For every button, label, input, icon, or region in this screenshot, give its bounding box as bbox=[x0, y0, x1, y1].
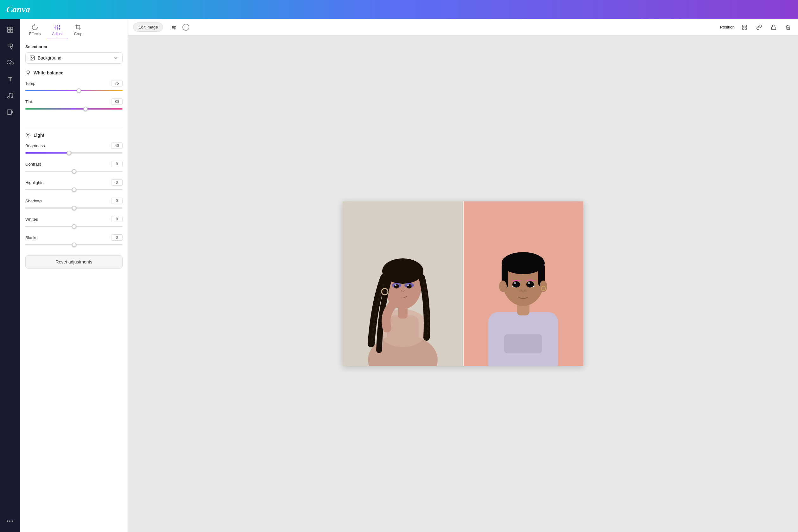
select-area-dropdown[interactable]: Background bbox=[25, 52, 122, 64]
tab-adjust[interactable]: Adjust bbox=[47, 21, 68, 39]
svg-point-66 bbox=[512, 281, 520, 287]
contrast-label: Contrast bbox=[25, 162, 41, 167]
image-canvas bbox=[343, 202, 583, 366]
lock-icon bbox=[771, 24, 777, 30]
contrast-value[interactable]: 0 bbox=[111, 161, 122, 167]
tint-label: Tint bbox=[25, 99, 32, 104]
whites-slider[interactable] bbox=[25, 224, 122, 229]
white-balance-header: White balance bbox=[25, 70, 122, 76]
grid-icon bbox=[742, 24, 747, 30]
tab-crop[interactable]: Crop bbox=[69, 21, 88, 39]
brightness-slider-row: Brightness 40 bbox=[25, 142, 122, 155]
shadows-label: Shadows bbox=[25, 198, 42, 203]
position-label[interactable]: Position bbox=[720, 25, 735, 30]
svg-line-32 bbox=[30, 137, 30, 137]
highlights-value[interactable]: 0 bbox=[111, 179, 122, 186]
adjust-panel: Effects Adjust bbox=[20, 19, 128, 532]
svg-rect-1 bbox=[11, 27, 13, 30]
svg-point-26 bbox=[31, 57, 32, 57]
svg-rect-5 bbox=[10, 44, 12, 46]
svg-rect-3 bbox=[11, 30, 13, 32]
sidebar-item-more[interactable]: ••• bbox=[3, 514, 17, 528]
whites-label: Whites bbox=[25, 217, 38, 222]
image-divider-line bbox=[463, 202, 463, 366]
tint-value[interactable]: 80 bbox=[111, 98, 122, 105]
svg-point-9 bbox=[11, 96, 13, 98]
grid-icon-button[interactable] bbox=[740, 22, 749, 32]
sidebar-item-music[interactable] bbox=[3, 89, 17, 102]
sidebar-item-video[interactable] bbox=[3, 105, 17, 119]
panel-content: Select area Background bbox=[20, 39, 128, 532]
left-image-svg bbox=[343, 202, 463, 366]
svg-point-67 bbox=[526, 281, 534, 287]
sidebar-item-upload[interactable] bbox=[3, 56, 17, 70]
icon-sidebar: T ••• bbox=[0, 19, 20, 532]
sun-icon bbox=[25, 132, 31, 138]
blacks-slider[interactable] bbox=[25, 243, 122, 247]
sidebar-item-text[interactable]: T bbox=[3, 72, 17, 86]
lock-icon-button[interactable] bbox=[769, 22, 778, 32]
chevron-down-icon bbox=[113, 55, 118, 60]
sidebar-item-elements[interactable] bbox=[3, 39, 17, 53]
light-header: Light bbox=[25, 132, 122, 138]
contrast-slider[interactable] bbox=[25, 169, 122, 173]
shadows-value[interactable]: 0 bbox=[111, 197, 122, 204]
reset-adjustments-button[interactable]: Reset adjustments bbox=[25, 255, 122, 268]
highlights-label: Highlights bbox=[25, 180, 43, 185]
svg-rect-2 bbox=[7, 30, 10, 32]
shadows-slider-row: Shadows 0 bbox=[25, 197, 122, 210]
svg-rect-39 bbox=[742, 27, 744, 29]
edit-image-button[interactable]: Edit image bbox=[133, 22, 163, 32]
tint-slider-row: Tint 80 bbox=[25, 98, 122, 111]
svg-point-54 bbox=[407, 284, 409, 286]
link-icon-button[interactable] bbox=[754, 22, 764, 32]
blacks-label: Blacks bbox=[25, 235, 37, 240]
canvas-area: Edit image Flip i Position bbox=[128, 19, 798, 532]
blacks-value[interactable]: 0 bbox=[111, 234, 122, 241]
flip-button[interactable]: Flip bbox=[167, 23, 178, 31]
brightness-value[interactable]: 40 bbox=[111, 142, 122, 149]
temp-label: Temp bbox=[25, 81, 36, 86]
image-dropdown-icon bbox=[30, 55, 35, 61]
svg-point-71 bbox=[524, 289, 527, 292]
svg-line-31 bbox=[26, 133, 26, 134]
section-divider bbox=[25, 127, 122, 127]
svg-point-72 bbox=[499, 281, 507, 292]
image-right-half bbox=[463, 202, 583, 366]
tab-bar: Effects Adjust bbox=[20, 19, 128, 39]
svg-rect-10 bbox=[7, 110, 12, 115]
svg-point-28 bbox=[27, 134, 29, 136]
svg-marker-11 bbox=[12, 111, 13, 113]
brightness-slider[interactable] bbox=[25, 151, 122, 155]
trash-icon-button[interactable] bbox=[783, 22, 793, 32]
canvas-content[interactable] bbox=[128, 36, 798, 532]
top-bar: Canva bbox=[0, 0, 798, 19]
main-layout: T ••• Effe bbox=[0, 19, 798, 532]
svg-point-51 bbox=[394, 284, 399, 288]
svg-marker-6 bbox=[10, 47, 12, 49]
svg-point-52 bbox=[406, 284, 412, 288]
shadows-slider[interactable] bbox=[25, 206, 122, 210]
tint-slider[interactable] bbox=[25, 107, 122, 111]
blacks-slider-row: Blacks 0 bbox=[25, 234, 122, 247]
tab-effects[interactable]: Effects bbox=[24, 21, 45, 39]
svg-rect-37 bbox=[742, 25, 744, 26]
info-button[interactable]: i bbox=[183, 24, 189, 31]
temp-value[interactable]: 75 bbox=[111, 80, 122, 87]
highlights-slider[interactable] bbox=[25, 188, 122, 192]
svg-rect-38 bbox=[745, 25, 747, 26]
svg-point-53 bbox=[395, 284, 397, 286]
right-image-svg bbox=[463, 202, 583, 366]
svg-point-69 bbox=[528, 282, 530, 284]
svg-point-70 bbox=[519, 289, 523, 292]
whites-slider-row: Whites 0 bbox=[25, 216, 122, 229]
temp-slider[interactable] bbox=[25, 88, 122, 93]
sidebar-item-layout[interactable] bbox=[3, 23, 17, 37]
cursor-area bbox=[25, 117, 122, 125]
trash-icon bbox=[785, 24, 791, 30]
svg-point-4 bbox=[8, 44, 10, 46]
svg-rect-41 bbox=[772, 27, 776, 30]
svg-line-35 bbox=[26, 137, 26, 137]
temp-slider-row: Temp 75 bbox=[25, 80, 122, 93]
whites-value[interactable]: 0 bbox=[111, 216, 122, 222]
